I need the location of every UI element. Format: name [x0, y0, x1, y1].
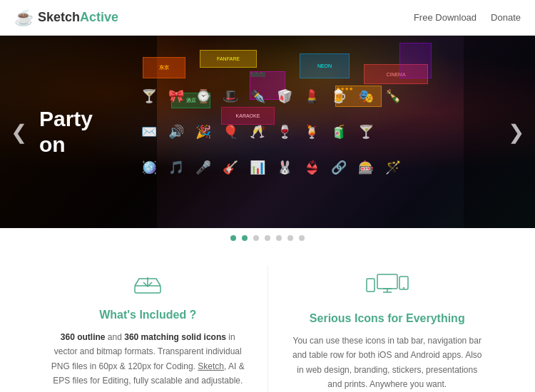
icon-balloon: 🎈 — [217, 114, 244, 150]
svg-rect-2 — [367, 279, 374, 292]
sign-4: NEON — [300, 53, 350, 78]
hero-slider: 东京 FANFARE ⬛⬛⬛ NEON CINEMA 酒店 ★★★★ KARAO… — [0, 36, 535, 228]
whats-included-icon — [50, 273, 246, 300]
icon-watch: ⌚ — [190, 78, 217, 114]
icon-handcuffs: 🔗 — [325, 150, 352, 185]
icon-martini: 🍸 — [352, 114, 379, 150]
icon-empty5 — [434, 114, 461, 150]
icon-beer: 🍺 — [325, 78, 352, 114]
icon-lipstick: 💄 — [298, 78, 325, 114]
icon-guitar: 🎸 — [217, 150, 244, 185]
logo-icon: ☕ — [14, 9, 34, 27]
icon-bowtie: 🎀 — [163, 78, 190, 114]
icon-mail: ✉️ — [136, 114, 163, 150]
icon-juice: 🧃 — [325, 114, 352, 150]
whats-included-title: What's Included ? — [50, 309, 246, 321]
icon-speaker: 🔊 — [163, 114, 190, 150]
dot-1[interactable] — [230, 235, 236, 241]
dot-5[interactable] — [276, 235, 282, 241]
icon-dice: 🎰 — [352, 150, 379, 185]
features-section: What's Included ? 360 outline and 360 ma… — [0, 248, 535, 392]
sign-1: 东京 — [143, 57, 185, 78]
dot-4[interactable] — [265, 235, 270, 241]
icon-disco: 🪩 — [136, 150, 163, 185]
icon-party: 🎉 — [190, 114, 217, 150]
icon-bikini: 👙 — [298, 150, 325, 185]
dot-7[interactable] — [299, 235, 305, 241]
icon-bento: 🥡 — [271, 78, 298, 114]
icon-hat: 🎩 — [217, 78, 244, 114]
hero-title: Party on — [39, 106, 93, 158]
serious-icons-icon — [290, 273, 486, 304]
dot-6[interactable] — [287, 235, 293, 241]
icon-mic: 🎤 — [190, 150, 217, 185]
sign-8 — [399, 43, 432, 78]
icon-empty1 — [407, 78, 434, 114]
hero-icons-grid: 🍸 🎀 ⌚ 🎩 ✒️ 🥡 💄 🍺 🎭 🍾 ✉️ 🔊 🎉 🎈 🥂 🍷 🍹 🧃 🍸 … — [136, 78, 461, 185]
icon-chart: 📊 — [244, 150, 271, 185]
icon-empty7 — [434, 150, 461, 185]
icon-cocktail: 🍸 — [136, 78, 163, 114]
dot-3[interactable] — [253, 235, 259, 241]
next-arrow[interactable]: ❯ — [508, 120, 524, 144]
logo-text: SketchActive — [38, 10, 118, 25]
feature-whats-included: What's Included ? 360 outline and 360 ma… — [29, 266, 268, 392]
icon-empty6 — [407, 150, 434, 185]
hero-title-line2: on — [39, 132, 93, 158]
icon-toast: 🥂 — [244, 114, 271, 150]
sign-2: FANFARE — [200, 50, 257, 68]
icon-wine: 🍷 — [271, 114, 298, 150]
whats-included-desc: 360 outline and 360 matching solid icons… — [50, 330, 246, 388]
prev-arrow[interactable]: ❮ — [11, 120, 27, 144]
serious-icons-desc: You can use these icons in tab bar, navi… — [290, 334, 486, 392]
icon-empty3 — [379, 114, 407, 150]
logo-sketch: Sketch — [38, 10, 80, 24]
svg-rect-3 — [377, 274, 397, 289]
icon-bunny: 🐰 — [271, 150, 298, 185]
icon-music-box: 🎵 — [163, 150, 190, 185]
hero-title-line1: Party — [39, 106, 93, 132]
logo-active: Active — [80, 10, 118, 24]
free-download-link[interactable]: Free Download — [414, 12, 477, 23]
slider-dots — [0, 228, 535, 248]
icon-pen: ✒️ — [244, 78, 271, 114]
dot-2[interactable] — [242, 235, 248, 241]
features-row: What's Included ? 360 outline and 360 ma… — [29, 266, 506, 392]
icon-mask: 🎭 — [352, 78, 379, 114]
logo: ☕ SketchActive — [14, 9, 118, 27]
donate-link[interactable]: Donate — [491, 12, 521, 23]
site-header: ☕ SketchActive Free Download Donate — [0, 0, 535, 36]
icon-wand: 🪄 — [379, 150, 407, 185]
icon-champagne: 🍾 — [379, 78, 407, 114]
main-nav: Free Download Donate — [414, 12, 521, 23]
icon-empty2 — [434, 78, 461, 114]
icon-tropical: 🍹 — [298, 114, 325, 150]
svg-point-8 — [403, 287, 404, 289]
feature-serious-icons: Serious Icons for Everything You can use… — [268, 266, 507, 392]
icon-empty4 — [407, 114, 434, 150]
serious-icons-title: Serious Icons for Everything — [290, 312, 486, 325]
